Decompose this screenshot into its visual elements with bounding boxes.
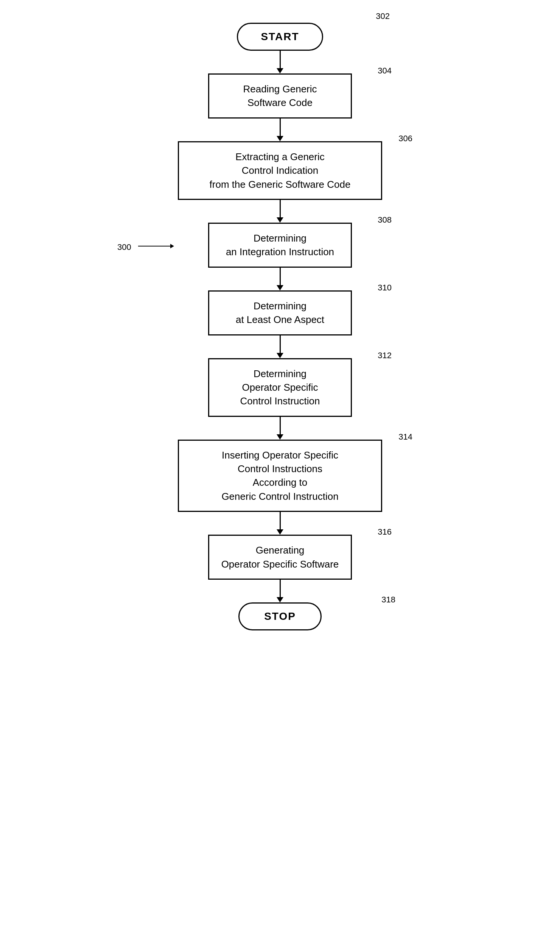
arrow-line-6: [280, 417, 281, 434]
arrow-7: [277, 512, 283, 535]
step-306: Extracting a GenericControl Indicationfr…: [178, 141, 382, 200]
step-310-wrapper: Determiningat Least One Aspect 310: [110, 290, 450, 335]
ref-312: 312: [378, 351, 392, 360]
ref-318: 318: [381, 595, 395, 605]
arrow-line-4: [280, 268, 281, 285]
ref-302: 302: [376, 11, 390, 21]
arrow-6: [277, 417, 283, 440]
arrow-line-1: [280, 51, 281, 68]
step-316-wrapper: GeneratingOperator Specific Software 316: [110, 535, 450, 580]
arrow-3: [277, 200, 283, 223]
step-314: Inserting Operator SpecificControl Instr…: [178, 440, 382, 512]
arrow-8: [277, 580, 283, 602]
start-terminal: START: [237, 23, 323, 51]
arrow-head-7: [277, 529, 283, 535]
arrow-head-5: [277, 353, 283, 358]
ref-314: 314: [398, 432, 412, 442]
step-314-wrapper: Inserting Operator SpecificControl Instr…: [110, 440, 450, 512]
arrow-1: [277, 51, 283, 73]
diagram-container: 300 START 302 Reading GenericSoftware Co…: [110, 15, 450, 653]
arrow-4: [277, 268, 283, 290]
step-306-wrapper: Extracting a GenericControl Indicationfr…: [110, 141, 450, 200]
flowchart: START 302 Reading GenericSoftware Code 3…: [110, 15, 450, 653]
arrow-line-5: [280, 335, 281, 353]
step-312: DeterminingOperator SpecificControl Inst…: [208, 358, 352, 417]
ref-310: 310: [378, 283, 392, 293]
ref-316: 316: [378, 527, 392, 537]
arrow-line-8: [280, 580, 281, 597]
arrow-line-7: [280, 512, 281, 529]
arrow-head-2: [277, 136, 283, 141]
step-316: GeneratingOperator Specific Software: [208, 535, 352, 580]
step-308: Determiningan Integration Instruction: [208, 223, 352, 268]
arrow-line-2: [280, 119, 281, 136]
arrow-head-1: [277, 68, 283, 73]
arrow-5: [277, 335, 283, 358]
stop-terminal: STOP: [238, 602, 322, 630]
start-node-wrapper: START 302: [110, 23, 450, 51]
ref-306: 306: [398, 134, 412, 144]
arrow-head-8: [277, 597, 283, 602]
stop-node-wrapper: STOP 318: [110, 602, 450, 630]
step-304-wrapper: Reading GenericSoftware Code 304: [110, 73, 450, 119]
step-308-wrapper: Determiningan Integration Instruction 30…: [110, 223, 450, 268]
arrow-2: [277, 119, 283, 141]
arrow-head-3: [277, 217, 283, 223]
step-312-wrapper: DeterminingOperator SpecificControl Inst…: [110, 358, 450, 417]
arrow-head-4: [277, 285, 283, 290]
step-304: Reading GenericSoftware Code: [208, 73, 352, 119]
arrow-head-6: [277, 434, 283, 440]
ref-308: 308: [378, 215, 392, 225]
step-310: Determiningat Least One Aspect: [208, 290, 352, 335]
ref-304: 304: [378, 66, 392, 76]
arrow-line-3: [280, 200, 281, 217]
